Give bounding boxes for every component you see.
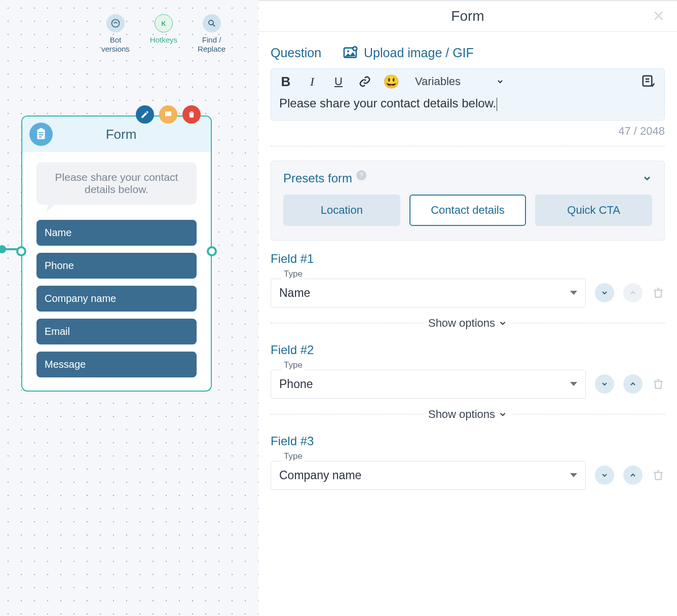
move-down-button[interactable] (595, 466, 614, 485)
svg-point-3 (168, 113, 169, 114)
type-select[interactable]: Phone (271, 370, 586, 399)
wire-start-dot (0, 245, 6, 253)
type-value: Name (279, 286, 310, 300)
help-icon[interactable]: ? (356, 170, 366, 180)
preset-quick-cta[interactable]: Quick CTA (535, 195, 652, 226)
svg-point-0 (111, 20, 119, 27)
upload-image-button[interactable]: Upload image / GIF (342, 44, 474, 61)
find-label: Find / Replace (198, 35, 225, 54)
delete-field-button[interactable] (652, 286, 665, 299)
chevron-down-icon (496, 78, 504, 86)
hotkeys-tool[interactable]: K Hotkeys (150, 14, 177, 54)
field-pill: Phone (36, 253, 197, 279)
question-label: Question (271, 46, 321, 60)
move-up-button (623, 283, 643, 302)
svg-point-4 (169, 113, 170, 114)
code-editor-button[interactable] (641, 74, 656, 89)
field-title: Field #2 (271, 343, 665, 357)
bold-button[interactable]: B (279, 75, 292, 88)
field-pill: Email (36, 319, 197, 344)
chevron-down-icon (642, 173, 652, 183)
svg-point-2 (167, 113, 168, 114)
variables-dropdown[interactable]: Variables (415, 75, 504, 88)
close-icon[interactable]: ✕ (652, 7, 665, 25)
field-pill: Name (36, 220, 197, 246)
question-text-value: Please share your contact details below. (279, 96, 496, 110)
node-title: Form (62, 127, 180, 142)
move-down-button[interactable] (595, 283, 614, 302)
type-select[interactable]: Company name (271, 461, 586, 490)
node-message: Please share your contact details below. (36, 162, 197, 205)
type-label: Type (282, 360, 305, 370)
form-icon (29, 123, 53, 146)
field-row: Company name (271, 461, 665, 490)
node-fields: Name Phone Company name Email Message (36, 220, 197, 377)
preset-location[interactable]: Location (283, 195, 400, 226)
svg-point-8 (347, 50, 349, 52)
field-title: Field #3 (271, 434, 665, 448)
dropdown-triangle-icon (570, 291, 577, 295)
presets-box: Presets form ? Location Contact details … (271, 161, 665, 241)
hotkeys-label: Hotkeys (150, 35, 177, 45)
text-cursor (497, 98, 497, 111)
underline-button[interactable]: U (332, 75, 345, 88)
field-row: Name (271, 279, 665, 307)
type-label: Type (282, 269, 305, 279)
move-up-button[interactable] (623, 374, 643, 394)
node-body: Please share your contact details below.… (22, 152, 211, 391)
field-pill: Company name (36, 286, 197, 312)
hotkeys-icon: K (155, 14, 173, 32)
svg-point-1 (209, 20, 213, 25)
dropdown-triangle-icon (570, 473, 577, 477)
search-icon (203, 14, 221, 32)
italic-button[interactable]: I (306, 75, 319, 88)
variables-label: Variables (415, 75, 461, 88)
question-editor: B I U 😃 Variables Please share your cont… (271, 68, 665, 121)
presets-title: Presets form (283, 171, 352, 185)
type-value: Company name (279, 469, 361, 482)
field-block-2: Field #2 Type Phone (258, 332, 677, 399)
node-actions (136, 105, 201, 124)
form-node[interactable]: Form Please share your contact details b… (21, 115, 212, 392)
question-row: Question Upload image / GIF (258, 44, 677, 68)
bot-versions-tool[interactable]: Bot versions (101, 14, 130, 54)
emoji-button[interactable]: 😃 (385, 75, 398, 88)
image-upload-icon (342, 44, 359, 61)
versions-icon (106, 14, 125, 32)
move-up-button[interactable] (623, 466, 643, 485)
panel-header: Form ✕ (258, 1, 677, 32)
char-counter: 47 / 2048 (258, 121, 677, 138)
output-port[interactable] (207, 246, 217, 256)
type-label: Type (282, 451, 305, 461)
canvas[interactable]: Bot versions K Hotkeys Find / Replace (0, 0, 258, 616)
show-options-row: Show options (271, 408, 665, 421)
panel-title: Form (451, 8, 484, 24)
type-select[interactable]: Name (271, 279, 586, 307)
preset-contact-details[interactable]: Contact details (409, 195, 526, 226)
presets-row: Location Contact details Quick CTA (283, 195, 652, 226)
chevron-down-icon (498, 319, 507, 328)
type-value: Phone (279, 377, 313, 391)
side-panel: Form ✕ Question Upload image / GIF B I U… (258, 0, 677, 616)
field-block-1: Field #1 Type Name (258, 241, 677, 307)
link-button[interactable] (358, 75, 371, 88)
versions-label: Bot versions (101, 35, 130, 54)
field-block-3: Field #3 Type Company name (258, 423, 677, 490)
upload-label: Upload image / GIF (364, 46, 474, 60)
delete-field-button[interactable] (652, 469, 665, 482)
delete-node-button[interactable] (182, 105, 201, 124)
show-options-toggle[interactable]: Show options (428, 317, 507, 330)
presets-header[interactable]: Presets form ? (283, 171, 652, 185)
delete-field-button[interactable] (652, 377, 665, 391)
find-replace-tool[interactable]: Find / Replace (198, 14, 225, 54)
question-text-input[interactable]: Please share your contact details below. (271, 94, 664, 120)
editor-toolbar: B I U 😃 Variables (271, 69, 664, 94)
edit-node-button[interactable] (136, 105, 154, 124)
comment-node-button[interactable] (159, 105, 177, 124)
field-pill: Message (36, 352, 197, 377)
show-options-toggle[interactable]: Show options (428, 408, 507, 421)
input-port[interactable] (16, 246, 26, 256)
move-down-button[interactable] (595, 374, 614, 394)
chevron-down-icon (498, 410, 507, 419)
field-row: Phone (271, 370, 665, 399)
